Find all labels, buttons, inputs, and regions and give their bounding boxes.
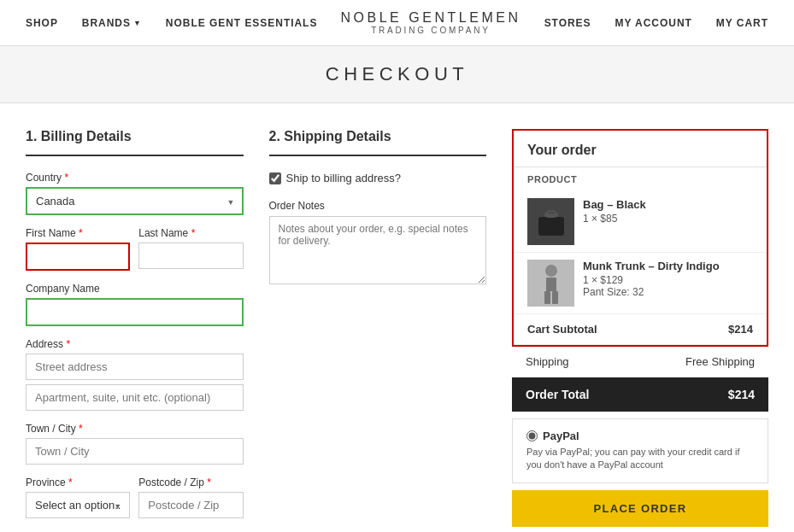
order-product-header: PRODUCT (514, 174, 767, 191)
postcode-label: Postcode / Zip * (138, 476, 243, 488)
total-label: Order Total (526, 388, 589, 401)
order-item-0: Bag – Black 1 × $85 (514, 191, 767, 253)
svg-point-2 (545, 265, 557, 277)
order-box: Your order PRODUCT Bag – Black 1 × $85 (512, 129, 768, 347)
company-row: Company Name (26, 283, 244, 326)
paypal-description: Pay via PayPal; you can pay with your cr… (526, 446, 754, 472)
subtotal-label: Cart Subtotal (527, 323, 597, 336)
order-subtotal-row: Cart Subtotal $214 (514, 314, 767, 345)
page-title: CHECKOUT (17, 63, 777, 85)
paypal-row: PayPal (526, 430, 754, 442)
province-select-wrapper: Select an option... Ontario British Colu… (26, 492, 130, 518)
name-row: First Name * Last Name * (26, 227, 244, 271)
city-row: Town / City * (26, 423, 244, 465)
company-label: Company Name (26, 283, 244, 295)
lastname-input[interactable] (138, 243, 243, 269)
paypal-label: PayPal (543, 430, 579, 442)
firstname-field-group: First Name * (26, 227, 130, 271)
nav-brands[interactable]: BRANDS ▼ (82, 17, 142, 29)
prov-post-half: Province * Select an option... Ontario B… (26, 476, 244, 518)
province-field-group: Province * Select an option... Ontario B… (26, 476, 130, 518)
lastname-label: Last Name * (138, 227, 243, 239)
ship-to-billing-label: Ship to billing address? (286, 172, 401, 184)
order-item-0-name: Bag – Black (583, 198, 753, 211)
place-order-button[interactable]: PLACE ORDER (512, 490, 768, 527)
paypal-section: PayPal Pay via PayPal; you can pay with … (512, 418, 768, 483)
left-column: 1. Billing Details Country * Canada Unit… (26, 129, 486, 532)
company-input[interactable] (26, 298, 244, 326)
nav-shop[interactable]: SHOP (26, 17, 58, 29)
svg-rect-1 (546, 213, 556, 218)
firstname-input[interactable] (26, 243, 130, 271)
order-item-bag-image (527, 198, 574, 245)
total-value: $214 (728, 388, 755, 401)
order-item-0-details: Bag – Black 1 × $85 (583, 198, 753, 225)
postcode-field-group: Postcode / Zip * (138, 476, 243, 518)
country-select-wrapper: Canada United States United Kingdom (26, 187, 244, 215)
country-row: Country * Canada United States United Ki… (26, 172, 244, 215)
main-content: 1. Billing Details Country * Canada Unit… (0, 103, 794, 532)
order-item-0-qty: 1 × $85 (583, 213, 753, 225)
shipping-section: 2. Shipping Details Ship to billing addr… (269, 129, 487, 532)
paypal-radio[interactable] (526, 430, 538, 441)
address-label: Address * (26, 338, 244, 350)
notes-label: Order Notes (269, 200, 487, 212)
order-item-trunk-image (527, 260, 574, 307)
brands-chevron-icon: ▼ (133, 19, 142, 27)
nav-my-account[interactable]: MY ACCOUNT (615, 17, 692, 29)
province-postcode-row: Province * Select an option... Ontario B… (26, 476, 244, 518)
name-half-row: First Name * Last Name * (26, 227, 244, 271)
billing-divider (26, 155, 244, 156)
svg-rect-3 (546, 278, 556, 291)
subtotal-value: $214 (728, 323, 753, 336)
svg-rect-0 (538, 217, 564, 236)
navigation: SHOP BRANDS ▼ NOBLE GENT ESSENTIALS NOBL… (0, 0, 794, 46)
city-label: Town / City * (26, 423, 244, 435)
shipping-value: Free Shipping (685, 355, 755, 368)
nav-stores[interactable]: STORES (544, 17, 591, 29)
nav-noble-gent[interactable]: NOBLE GENT ESSENTIALS (166, 17, 318, 29)
order-shipping-row: Shipping Free Shipping (512, 347, 768, 377)
lastname-field-group: Last Name * (138, 227, 243, 271)
postcode-input[interactable] (138, 492, 243, 518)
order-total-row: Order Total $214 (512, 377, 768, 412)
shipping-title: 2. Shipping Details (269, 129, 487, 144)
ship-to-billing-row: Ship to billing address? (269, 172, 487, 184)
country-select[interactable]: Canada United States United Kingdom (26, 187, 244, 215)
shipping-label: Shipping (526, 355, 569, 368)
brand-logo[interactable]: NOBLE GENTLEMEN TRADING COMPANY (340, 10, 521, 35)
svg-rect-4 (544, 291, 550, 304)
province-label: Province * (26, 476, 130, 488)
nav-right: STORES MY ACCOUNT MY CART (544, 17, 768, 29)
billing-shipping-columns: 1. Billing Details Country * Canada Unit… (26, 129, 486, 532)
city-input[interactable] (26, 438, 244, 465)
notes-textarea[interactable] (269, 216, 487, 284)
address-line2-input[interactable] (26, 384, 244, 411)
firstname-label: First Name * (26, 227, 130, 239)
page-title-bar: CHECKOUT (0, 46, 794, 103)
order-item-1-details: Munk Trunk – Dirty Indigo 1 × $129 Pant … (583, 260, 753, 298)
billing-title: 1. Billing Details (26, 129, 244, 144)
order-header-divider (514, 167, 767, 167)
order-summary: Your order PRODUCT Bag – Black 1 × $85 (512, 129, 768, 532)
shipping-divider (269, 155, 487, 156)
address-row: Address * (26, 338, 244, 411)
country-label: Country * (26, 172, 244, 184)
svg-rect-5 (552, 291, 558, 304)
address-line1-input[interactable] (26, 354, 244, 380)
billing-section: 1. Billing Details Country * Canada Unit… (26, 129, 244, 532)
order-item-1: Munk Trunk – Dirty Indigo 1 × $129 Pant … (514, 253, 767, 314)
notes-row: Order Notes (269, 200, 487, 287)
ship-to-billing-checkbox[interactable] (269, 172, 281, 184)
order-title: Your order (514, 131, 767, 167)
nav-my-cart[interactable]: MY CART (716, 17, 768, 29)
order-item-1-name: Munk Trunk – Dirty Indigo (583, 260, 753, 272)
nav-left: SHOP BRANDS ▼ NOBLE GENT ESSENTIALS (26, 17, 317, 29)
province-select[interactable]: Select an option... Ontario British Colu… (26, 492, 130, 518)
order-item-1-extra: Pant Size: 32 (583, 286, 753, 298)
order-item-1-qty: 1 × $129 (583, 274, 753, 286)
